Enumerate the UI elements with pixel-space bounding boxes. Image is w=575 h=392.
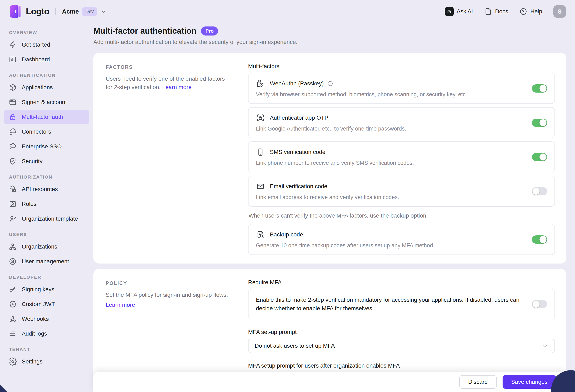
require-mfa-row: Enable this to make 2-step verification … <box>248 289 555 319</box>
backup-code-toggle[interactable] <box>532 235 547 244</box>
page-title: Multi-factor authentication <box>93 26 196 35</box>
passkey-icon <box>256 79 265 88</box>
topbar: Logto Acme Dev Ask AI Docs <box>0 0 575 23</box>
sidebar-section-overview: OVERVIEW <box>9 30 89 35</box>
sidebar-item-enterprise-sso[interactable]: Enterprise SSO <box>4 139 89 154</box>
save-changes-button[interactable]: Save changes <box>503 375 556 389</box>
sidebar-item-api-resources[interactable]: API resources <box>4 182 89 196</box>
topbar-divider <box>55 8 56 15</box>
info-icon[interactable] <box>327 80 333 87</box>
main-content: Multi-factor authentication Pro Add mult… <box>93 23 575 392</box>
help-label: Help <box>530 8 542 15</box>
policy-section-description: Set the MFA policy for sign-in and sign-… <box>106 291 233 309</box>
webauthn-toggle[interactable] <box>532 84 547 93</box>
mfa-setup-prompt-label: MFA set-up prompt <box>248 329 555 335</box>
docs-icon <box>484 7 492 16</box>
factor-title: Authenticator app OTP <box>270 115 328 121</box>
sidebar-section-authorization: AUTHORIZATION <box>9 174 89 180</box>
factor-description: Link phone number to receive and verify … <box>256 160 524 166</box>
backup-option-note: When users can't verify the above MFA fa… <box>248 212 554 219</box>
factors-learn-more-link[interactable]: Learn more <box>162 84 192 90</box>
factor-row-email: Email verification code Link email addre… <box>248 176 555 207</box>
tenant-selector[interactable]: Acme Dev <box>62 7 106 16</box>
docs-button[interactable]: Docs <box>484 7 508 16</box>
sidebar-item-user-management[interactable]: User management <box>4 254 89 269</box>
factor-description: Link Google Authenticator, etc., to veri… <box>256 126 524 132</box>
sidebar-item-settings[interactable]: Settings <box>4 354 89 369</box>
pro-badge: Pro <box>201 26 218 35</box>
discard-button[interactable]: Discard <box>459 375 497 389</box>
sms-toggle[interactable] <box>532 153 547 161</box>
tenant-name: Acme <box>62 8 79 15</box>
smartphone-icon <box>256 147 265 157</box>
sidebar-section-developer: DEVELOPER <box>9 275 89 280</box>
factor-description: Link email address to receive and verify… <box>256 194 524 200</box>
scan-lock-icon <box>256 113 265 122</box>
sidebar-section-authentication: AUTHENTICATION <box>9 73 89 78</box>
sidebar-item-signing-keys[interactable]: Signing keys <box>4 282 89 297</box>
cloud-connector-icon <box>8 127 17 136</box>
sidebar-item-webhooks[interactable]: Webhooks <box>4 312 89 326</box>
sidebar-item-connectors[interactable]: Connectors <box>4 124 89 139</box>
factor-description: Generate 10 one-time backup codes after … <box>256 242 524 249</box>
email-toggle[interactable] <box>532 187 547 196</box>
factors-card: FACTORS Users need to verify one of the … <box>93 53 566 264</box>
sidebar-item-organizations[interactable]: Organizations <box>4 239 89 254</box>
logto-brand: Logto <box>9 4 49 19</box>
sidebar-item-applications[interactable]: Applications <box>4 80 89 95</box>
sidebar: OVERVIEW Get started Dashboard AUTHENTIC… <box>0 23 93 392</box>
factor-title: WebAuthn (Passkey) <box>270 80 324 87</box>
chevron-down-icon <box>542 343 548 349</box>
envelope-icon <box>256 182 265 191</box>
logto-logo-icon <box>9 4 22 19</box>
ask-ai-button[interactable]: Ask AI <box>445 7 473 16</box>
ask-ai-label: Ask AI <box>456 8 473 15</box>
page-subtitle: Add multi-factor authentication to eleva… <box>93 39 566 45</box>
help-button[interactable]: Help <box>519 7 542 16</box>
docs-label: Docs <box>495 8 508 15</box>
gear-icon <box>8 357 17 366</box>
sidebar-item-dashboard[interactable]: Dashboard <box>4 52 89 67</box>
mfa-setup-prompt-select[interactable]: Do not ask users to set up MFA <box>248 339 555 353</box>
badge-plus-icon <box>8 300 17 309</box>
user-check-icon <box>8 214 17 223</box>
org-mfa-setup-prompt-label: MFA setup prompt for users after organiz… <box>248 363 555 369</box>
sidebar-item-get-started[interactable]: Get started <box>4 37 89 52</box>
avatar-initial: S <box>558 8 562 15</box>
factor-title: SMS verification code <box>270 149 325 155</box>
user-circle-icon <box>8 257 17 266</box>
policy-section-label: POLICY <box>106 280 233 286</box>
cube-icon <box>8 83 17 92</box>
policy-description-text: Set the MFA policy for sign-in and sign-… <box>106 292 228 298</box>
brand-name: Logto <box>26 7 49 16</box>
factor-row-webauthn: WebAuthn (Passkey) Verify via browser-su… <box>248 73 555 104</box>
sidebar-item-organization-template[interactable]: Organization template <box>4 211 89 226</box>
require-mfa-description: Enable this to make 2-step verification … <box>256 295 532 313</box>
user-avatar[interactable]: S <box>553 5 566 18</box>
factor-title: Email verification code <box>270 183 327 190</box>
sidebar-item-roles[interactable]: Roles <box>4 196 89 211</box>
sidebar-item-custom-jwt[interactable]: Custom JWT <box>4 297 89 312</box>
factor-description: Verify via browser-supported method: bio… <box>256 91 524 98</box>
sitemap-icon <box>8 242 17 251</box>
authenticator-otp-toggle[interactable] <box>532 119 547 127</box>
ask-ai-icon <box>445 7 454 16</box>
policy-learn-more-link[interactable]: Learn more <box>106 301 135 309</box>
sidebar-item-audit-logs[interactable]: Audit logs <box>4 326 89 341</box>
factors-section-description: Users need to verify one of the enabled … <box>106 74 233 92</box>
help-icon <box>519 7 527 16</box>
mfa-setup-prompt-value: Do not ask users to set up MFA <box>255 343 335 349</box>
sidebar-item-sign-in-account[interactable]: Sign-in & account <box>4 95 89 110</box>
lock-icon <box>8 112 17 122</box>
multi-factors-label: Multi-factors <box>248 63 555 70</box>
shield-check-icon <box>8 157 17 166</box>
sidebar-item-security[interactable]: Security <box>4 154 89 169</box>
factor-row-sms: SMS verification code Link phone number … <box>248 141 555 172</box>
id-card-icon <box>8 199 17 209</box>
require-mfa-toggle[interactable] <box>532 300 547 308</box>
factors-section-label: FACTORS <box>106 64 233 70</box>
sidebar-section-tenant: TENANT <box>9 347 89 352</box>
sidebar-item-multi-factor-auth[interactable]: Multi-factor auth <box>4 110 89 124</box>
factor-title: Backup code <box>270 231 303 238</box>
bar-chart-icon <box>8 55 17 64</box>
